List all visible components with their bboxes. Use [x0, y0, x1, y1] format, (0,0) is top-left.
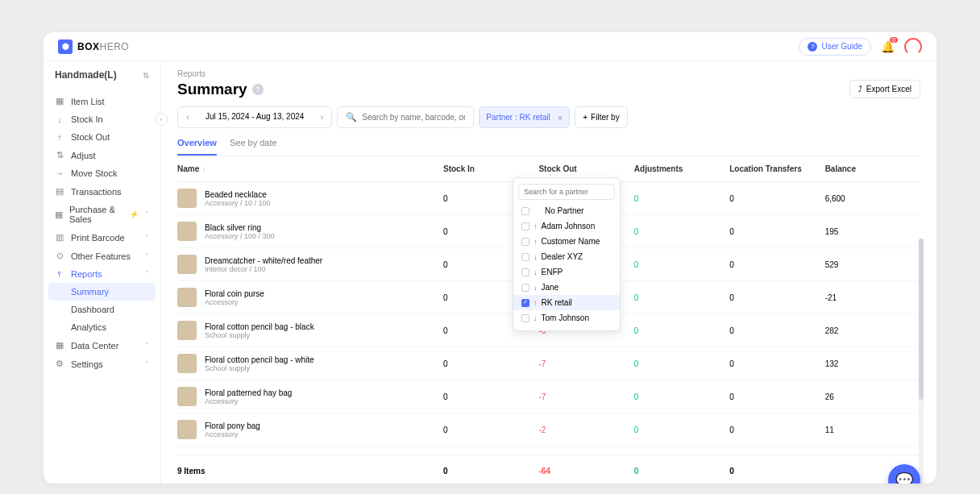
- cell-balance: 132: [825, 359, 920, 368]
- user-guide-button[interactable]: ? User Guide: [799, 38, 871, 56]
- chevron-down-icon: ˅: [145, 342, 149, 350]
- partner-option-dealer-xyz[interactable]: ↓Dealer XYZ: [513, 249, 620, 264]
- item-subtitle: Accessory / 10 / 100: [205, 199, 271, 207]
- date-next-button[interactable]: ›: [312, 107, 331, 127]
- item-title: Beaded necklace: [205, 190, 271, 199]
- search-input-wrapper[interactable]: 🔍: [337, 106, 474, 128]
- col-name[interactable]: Name: [177, 164, 199, 173]
- checkbox[interactable]: [521, 238, 529, 246]
- checkbox[interactable]: [521, 299, 529, 307]
- table-row[interactable]: Floral pony bagAccessory0-20011: [177, 413, 920, 446]
- logo[interactable]: ⬢ BOXHERO: [58, 39, 129, 54]
- scrollbar-thumb[interactable]: [919, 239, 924, 400]
- table-row[interactable]: Floral patterned hay bagAccessory0-70026: [177, 380, 920, 413]
- sort-asc-icon[interactable]: ↑: [202, 165, 206, 173]
- col-stock-out[interactable]: Stock Out: [538, 164, 633, 173]
- checkbox[interactable]: [521, 314, 529, 322]
- cell-location-transfers: 0: [729, 426, 824, 434]
- item-thumbnail: [177, 288, 197, 307]
- sidebar-item-data-center[interactable]: ▦Data Center˅: [44, 336, 160, 355]
- col-stock-in[interactable]: Stock In: [443, 164, 538, 173]
- partner-name: Adam Johnson: [542, 222, 596, 230]
- search-icon: 🔍: [346, 112, 357, 122]
- tab-see-by-date[interactable]: See by date: [230, 138, 277, 156]
- item-thumbnail: [177, 420, 197, 439]
- checkbox[interactable]: [521, 253, 529, 261]
- partner-name: ENFP: [542, 268, 563, 276]
- item-title: Floral coin purse: [205, 289, 264, 298]
- sidebar-item-item-list[interactable]: ▦Item List: [44, 92, 160, 110]
- sidebar-item-settings[interactable]: ⚙Settings˅: [44, 355, 160, 373]
- partner-name: Customer Name: [542, 237, 600, 246]
- nav-icon: ▦: [55, 210, 63, 220]
- sidebar-collapse-button[interactable]: ‹: [155, 113, 168, 126]
- nav-label: Reports: [71, 269, 102, 279]
- partner-name: Dealer XYZ: [542, 252, 583, 261]
- table-row[interactable]: Floral cotton pencil bag - whiteSchool s…: [177, 347, 920, 380]
- sidebar-item-other-features[interactable]: ⊙Other Features˅: [44, 247, 160, 265]
- filter-chip-remove-icon[interactable]: ×: [558, 113, 563, 122]
- item-title: Dreamcatcher - white/red feather: [205, 256, 322, 265]
- team-selector[interactable]: Handmade(L) ⇅: [44, 61, 160, 89]
- col-location-transfers[interactable]: Location Transfers: [729, 164, 824, 173]
- sidebar-item-adjust[interactable]: ⇅Adjust: [44, 146, 160, 164]
- partner-search-input[interactable]: [518, 184, 615, 200]
- sidebar-sub-analytics[interactable]: Analytics: [44, 318, 160, 336]
- partner-name: Jane: [542, 283, 559, 292]
- date-range-picker[interactable]: ‹ Jul 15, 2024 - Aug 13, 2024 ›: [177, 106, 332, 128]
- sidebar-sub-summary[interactable]: Summary: [48, 283, 156, 301]
- checkbox[interactable]: [521, 222, 529, 230]
- sidebar-item-print-barcode[interactable]: ▥Print Barcode˅: [44, 228, 160, 247]
- cell-stock-out: -2: [538, 426, 633, 434]
- cell-stock-in: 0: [443, 392, 538, 401]
- cell-balance: 529: [825, 260, 920, 269]
- scrollbar-track[interactable]: [919, 239, 924, 484]
- sidebar-item-purchase-sales[interactable]: ▦Purchase & Sales⚡˅: [44, 201, 160, 228]
- partner-option-customer-name[interactable]: ↑Customer Name: [513, 234, 620, 249]
- partner-option-no-partner[interactable]: No Partner: [513, 203, 620, 218]
- bolt-icon: ⚡: [130, 210, 139, 218]
- partner-filter-chip[interactable]: Partner : RK retail ×: [479, 106, 570, 128]
- footer-stock-in: 0: [443, 467, 538, 475]
- partner-option-adam-johnson[interactable]: ↑Adam Johnson: [513, 218, 620, 234]
- tab-overview[interactable]: Overview: [177, 138, 217, 156]
- item-title: Black silver ring: [205, 223, 275, 232]
- checkbox[interactable]: [521, 284, 529, 292]
- help-circle-icon: ?: [808, 42, 817, 52]
- sidebar-item-transactions[interactable]: ▤Transactions: [44, 182, 160, 201]
- notifications-button[interactable]: 🔔 0: [881, 40, 895, 53]
- user-guide-label: User Guide: [821, 42, 862, 51]
- sidebar-item-stock-in[interactable]: ↓Stock In: [44, 110, 160, 128]
- partner-option-enfp[interactable]: ↓ENFP: [513, 264, 620, 280]
- sidebar-item-stock-out[interactable]: ↑Stock Out: [44, 128, 160, 146]
- checkbox[interactable]: [521, 207, 529, 215]
- partner-option-jane[interactable]: ↓Jane: [513, 280, 620, 295]
- cell-adjustments: 0: [634, 194, 729, 203]
- sidebar-item-reports[interactable]: ⫯Reports˄: [44, 265, 160, 283]
- sidebar-sub-dashboard[interactable]: Dashboard: [44, 301, 160, 318]
- item-subtitle: Interior decor / 100: [205, 265, 322, 273]
- partner-option-rk-retail[interactable]: ↑RK retail: [513, 295, 620, 310]
- item-subtitle: Accessory: [205, 430, 260, 438]
- sidebar-item-move-stock[interactable]: →Move Stock: [44, 164, 160, 182]
- search-input[interactable]: [362, 113, 465, 122]
- avatar[interactable]: [904, 38, 922, 56]
- partner-option-tom-johnson[interactable]: ↓Tom Johnson: [513, 310, 620, 326]
- item-thumbnail: [177, 387, 197, 406]
- col-adjustments[interactable]: Adjustments: [634, 164, 729, 173]
- col-balance[interactable]: Balance: [825, 164, 920, 173]
- filter-by-button[interactable]: + Filter by: [575, 106, 627, 128]
- nav-icon: ▦: [55, 340, 64, 351]
- cell-balance: 11: [825, 426, 920, 434]
- cell-location-transfers: 0: [729, 326, 824, 335]
- export-excel-button[interactable]: ⤴ Export Excel: [849, 80, 920, 98]
- date-prev-button[interactable]: ‹: [178, 107, 197, 127]
- cell-balance: 26: [825, 392, 920, 401]
- checkbox[interactable]: [521, 268, 529, 276]
- cell-location-transfers: 0: [729, 392, 824, 401]
- nav-label: Adjust: [71, 151, 96, 160]
- nav-label: Other Features: [71, 251, 131, 261]
- cell-stock-in: 0: [443, 359, 538, 368]
- nav-icon: ⚙: [55, 359, 64, 369]
- help-tooltip-icon[interactable]: ?: [252, 84, 264, 95]
